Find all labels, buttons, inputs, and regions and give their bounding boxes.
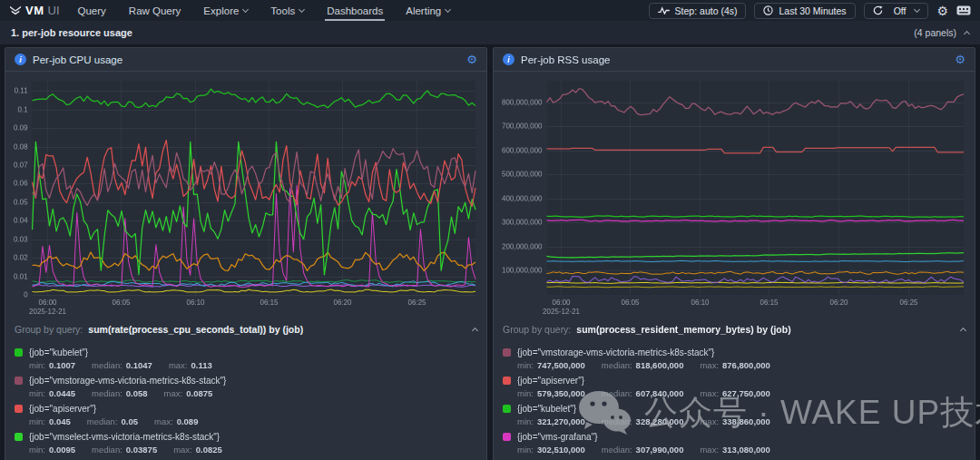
pulse-icon: [658, 6, 670, 15]
panel-title: Per-job CPU usage: [33, 54, 122, 65]
section-title: 1. per-job resource usage: [11, 27, 132, 38]
logo-text-ui: UI: [48, 4, 60, 17]
legend-item[interactable]: {job="apiserver"}min:0.045median:0.05max…: [15, 402, 477, 427]
legend-series-label: {job="apiserver"}: [29, 404, 96, 414]
query-label: Group by query:: [15, 324, 83, 335]
legend-series-stats: min:747,500,000median:818,600,000max:876…: [503, 359, 965, 371]
query-row: Group by query: sum(rate(process_cpu_sec…: [5, 318, 486, 340]
nav-item-alerting[interactable]: Alerting: [406, 0, 450, 21]
logo-text-vm: VM: [25, 4, 44, 17]
chevron-down-icon: [299, 5, 305, 12]
top-nav: VMUI Query Raw Query Explore Tools Dashb…: [0, 0, 980, 21]
legend-item[interactable]: {job="apiserver"}min:579,350,000median:6…: [503, 374, 965, 399]
legend-series-label: {job="vmstorage-vms-victoria-metrics-k8s…: [517, 347, 714, 357]
section-collapse-icon[interactable]: [964, 31, 970, 37]
legend-color-swatch: [15, 377, 23, 385]
nav-item-raw-query[interactable]: Raw Query: [129, 0, 181, 21]
query-label: Group by query:: [503, 324, 571, 335]
chevron-down-icon: [242, 5, 249, 12]
victoriametrics-logo-icon: [9, 5, 22, 16]
panel-header: i Per-job CPU usage ⚙: [5, 48, 486, 72]
legend-series-stats: min:579,350,000median:607,840,000max:627…: [503, 387, 965, 399]
chevron-down-icon: [445, 5, 451, 12]
info-icon[interactable]: i: [15, 54, 26, 65]
rss-chart[interactable]: [494, 72, 975, 318]
legend-color-swatch: [15, 348, 23, 357]
panel-cpu-usage: i Per-job CPU usage ⚙ Group by query: su…: [5, 47, 487, 460]
panel-title: Per-job RSS usage: [521, 54, 610, 65]
panels-count: (4 panels): [914, 27, 956, 38]
autorefresh-value: Off: [894, 5, 906, 16]
nav-item-query[interactable]: Query: [78, 0, 106, 21]
legend-item[interactable]: {job="kubelet"}min:0.1007median:0.1047ma…: [15, 346, 477, 371]
clock-icon: [763, 5, 773, 15]
legend-color-swatch: [503, 377, 511, 385]
legend: {job="kubelet"}min:0.1007median:0.1047ma…: [5, 340, 486, 460]
legend-series-label: {job="apiserver"}: [517, 376, 584, 386]
cpu-chart[interactable]: [5, 72, 486, 318]
legend-collapse-icon[interactable]: [960, 328, 966, 334]
keyboard-shortcuts-icon[interactable]: [956, 5, 971, 15]
panel-rss-usage: i Per-job RSS usage ⚙ Group by query: su…: [493, 47, 975, 460]
settings-gear-icon[interactable]: ⚙: [936, 5, 948, 17]
nav-controls: Step: auto (4s) Last 30 Minutes Off ⚙: [649, 3, 971, 19]
nav-item-explore[interactable]: Explore: [203, 0, 248, 21]
panels-row: i Per-job CPU usage ⚙ Group by query: su…: [0, 44, 980, 460]
nav-item-dashboards[interactable]: Dashboards: [327, 0, 383, 21]
step-button[interactable]: Step: auto (4s): [649, 3, 747, 19]
legend-color-swatch: [503, 348, 511, 357]
legend-item[interactable]: {job="vmstorage-vms-victoria-metrics-k8s…: [503, 346, 965, 371]
autorefresh-control[interactable]: Off: [864, 3, 929, 19]
legend-item[interactable]: {job="vmselect-vms-victoria-metrics-k8s-…: [15, 430, 477, 455]
legend-item[interactable]: {job="kubelet"}min:321,270,000median:328…: [503, 402, 965, 427]
refresh-icon: [873, 5, 883, 15]
legend-series-stats: min:302,510,000median:307,990,000max:313…: [503, 444, 965, 455]
legend-item[interactable]: {job="vmstorage-vms-victoria-metrics-k8s…: [15, 374, 477, 399]
legend-series-stats: min:0.045median:0.05max:0.089: [15, 416, 477, 427]
legend-series-stats: min:0.1007median:0.1047max:0.113: [15, 359, 477, 371]
legend-series-stats: min:0.0445median:0.058max:0.0875: [15, 387, 477, 399]
query-text: sum(process_resident_memory_bytes) by (j…: [576, 324, 790, 335]
time-range-button[interactable]: Last 30 Minutes: [754, 3, 855, 19]
dashboard-section-header: 1. per-job resource usage (4 panels): [0, 21, 980, 44]
legend-color-swatch: [15, 405, 23, 413]
legend-series-label: {job="vms-grafana"}: [517, 432, 598, 442]
chevron-down-icon: [914, 5, 920, 12]
legend-item[interactable]: {job="vms-grafana"}min:302,510,000median…: [503, 430, 965, 455]
info-icon[interactable]: i: [503, 54, 514, 65]
panel-settings-gear-icon[interactable]: ⚙: [466, 54, 477, 65]
nav-item-tools[interactable]: Tools: [270, 0, 304, 21]
legend-series-stats: min:0.0095median:0.03875max:0.0825: [15, 444, 477, 455]
legend-color-swatch: [15, 433, 23, 441]
panel-settings-gear-icon[interactable]: ⚙: [955, 54, 965, 65]
query-text: sum(rate(process_cpu_seconds_total)) by …: [88, 324, 303, 335]
legend-series-label: {job="kubelet"}: [29, 347, 88, 357]
legend-color-swatch: [503, 433, 511, 441]
legend-series-label: {job="vmselect-vms-victoria-metrics-k8s-…: [29, 432, 220, 442]
legend: {job="vmstorage-vms-victoria-metrics-k8s…: [494, 340, 975, 460]
vmui-logo[interactable]: VMUI: [9, 4, 60, 17]
legend-series-label: {job="vmstorage-vms-victoria-metrics-k8s…: [29, 376, 226, 386]
legend-series-stats: min:321,270,000median:328,280,000max:338…: [503, 416, 965, 427]
legend-series-label: {job="kubelet"}: [517, 404, 576, 414]
legend-color-swatch: [503, 405, 511, 413]
legend-collapse-icon[interactable]: [472, 328, 478, 334]
panel-header: i Per-job RSS usage ⚙: [494, 48, 975, 72]
query-row: Group by query: sum(process_resident_mem…: [494, 318, 975, 340]
